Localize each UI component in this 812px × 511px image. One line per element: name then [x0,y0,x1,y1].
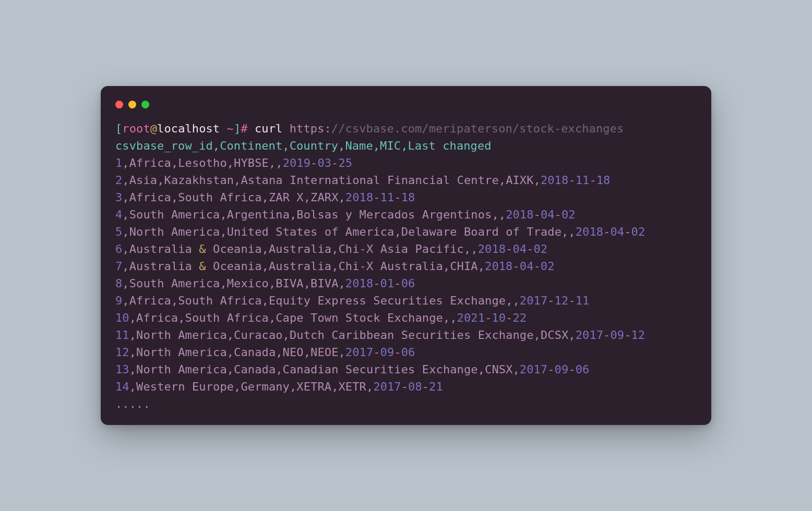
csv-row: 13,North America,Canada,Canadian Securit… [115,361,697,378]
csv-row: 9,Africa,South Africa,Equity Express Sec… [115,292,697,309]
csv-row: 14,Western Europe,Germany,XETRA,XETR,201… [115,378,697,395]
csv-row: 11,North America,Curacao,Dutch Caribbean… [115,326,697,344]
csv-row: 4,South America,Argentina,Bolsas y Merca… [115,206,697,223]
output-ellipsis: ..... [115,395,697,412]
terminal-window: [root@localhost ~]# curl https://csvbase… [101,86,711,425]
terminal-output[interactable]: [root@localhost ~]# curl https://csvbase… [115,120,697,412]
close-icon[interactable] [115,101,123,108]
csv-header: csvbase_row_id,Continent,Country,Name,MI… [115,137,697,154]
csv-row: 10,Africa,South Africa,Cape Town Stock E… [115,309,697,326]
csv-row: 5,North America,United States of America… [115,223,697,240]
csv-row: 3,Africa,South Africa,ZAR X,ZARX,2018-11… [115,189,697,206]
maximize-icon[interactable] [141,101,149,108]
csv-row: 6,Australia & Oceania,Australia,Chi-X As… [115,240,697,258]
csv-row: 12,North America,Canada,NEO,NEOE,2017-09… [115,344,697,361]
command: curl [255,122,282,135]
command-url: //csvbase.com/meripaterson/stock-exchang… [331,122,624,135]
csv-row: 8,South America,Mexico,BIVA,BIVA,2018-01… [115,275,697,292]
window-controls [115,101,697,108]
csv-row: 2,Asia,Kazakhstan,Astana International F… [115,172,697,189]
minimize-icon[interactable] [128,101,136,108]
csv-row: 1,Africa,Lesotho,HYBSE,,2019-03-25 [115,154,697,172]
prompt-line: [root@localhost ~]# curl https://csvbase… [115,120,697,137]
csv-row: 7,Australia & Oceania,Australia,Chi-X Au… [115,258,697,275]
prompt-user: root [122,122,150,135]
